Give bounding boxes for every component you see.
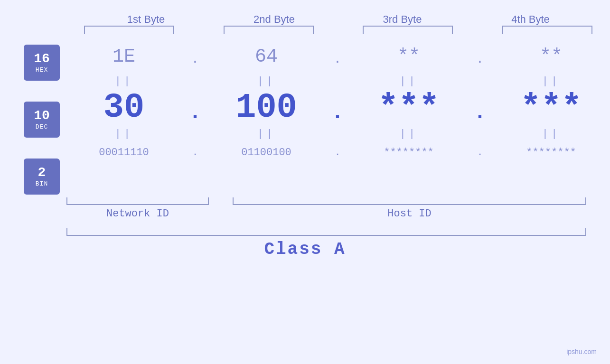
eq-4: || [487, 75, 610, 87]
byte-label-1: 1st Byte [82, 13, 210, 26]
bracket-3 [345, 26, 470, 34]
host-id-bracket [233, 197, 586, 205]
bracket-bar-2 [224, 26, 314, 34]
bin-cell-3: ******** [345, 141, 473, 164]
dot-hex-2: . [330, 47, 345, 66]
bin-badge-label: BIN [36, 180, 48, 187]
bin-badge: 2 BIN [24, 159, 60, 195]
bracket-bar-1 [84, 26, 174, 34]
dec-cell-1: 30 [60, 88, 188, 127]
dec-cell-4: *** [487, 88, 610, 127]
hex-row: 1E . 64 . ** . ** [60, 39, 610, 75]
bracket-1 [66, 26, 192, 34]
hex-cell-3: ** [345, 39, 473, 75]
top-brackets-area [0, 26, 610, 34]
class-label: Class A [264, 240, 346, 259]
dot-hex-1: . [188, 47, 202, 66]
dot-dec-3: . [473, 91, 487, 124]
dec-badge-wrap: 10 DEC [24, 96, 60, 143]
network-id-label: Network ID [66, 208, 209, 220]
bin-row: 00011110 . 01100100 . ******** . *******… [60, 141, 610, 164]
bracket-2 [206, 26, 331, 34]
rows-and-badges: 16 HEX 10 DEC 2 BIN [0, 39, 610, 196]
dec-cell-2: 100 [202, 88, 330, 127]
eq2-3: || [345, 128, 473, 140]
eq2-4: || [487, 128, 610, 140]
hex-badge-num: 16 [34, 52, 50, 66]
badges-column: 16 HEX 10 DEC 2 BIN [24, 39, 60, 196]
byte-label-4: 4th Byte [467, 13, 595, 26]
dot-dec-2: . [330, 91, 345, 124]
hex-badge-wrap: 16 HEX [24, 44, 60, 82]
equals-row-2: || || || || [60, 128, 610, 140]
hex-badge: 16 HEX [24, 45, 60, 81]
hex-cell-2: 64 [202, 39, 330, 75]
class-label-row: Class A [0, 240, 610, 259]
equals-row-1: || || || || [60, 75, 610, 87]
class-bracket-row [0, 228, 610, 236]
watermark: ipshu.com [566, 348, 597, 355]
dec-row: 30 . 100 . *** . *** [60, 88, 610, 127]
dec-badge-label: DEC [36, 123, 48, 131]
hex-cell-1: 1E [60, 39, 188, 75]
eq2-1: || [60, 128, 188, 140]
dot-bin-1: . [188, 147, 202, 159]
bracket-bar-3 [363, 26, 453, 34]
eq-2: || [202, 75, 330, 87]
dot-dec-1: . [188, 91, 202, 124]
rows-data: 1E . 64 . ** . ** || || || || 30 [60, 39, 610, 196]
id-labels-row: Network ID Host ID [0, 208, 610, 220]
eq2-2: || [202, 128, 330, 140]
hex-badge-label: HEX [36, 66, 48, 74]
dot-bin-2: . [330, 147, 345, 159]
byte-label-3: 3rd Byte [338, 13, 467, 26]
bin-badge-wrap: 2 BIN [24, 158, 60, 196]
dot-hex-3: . [473, 47, 487, 66]
dot-bin-3: . [473, 147, 487, 159]
main-container: 1st Byte 2nd Byte 3rd Byte 4th Byte 16 [0, 0, 610, 364]
byte-label-2: 2nd Byte [210, 13, 338, 26]
eq-3: || [345, 75, 473, 87]
network-id-bracket [66, 197, 209, 205]
dec-cell-3: *** [345, 88, 473, 127]
bin-badge-num: 2 [38, 166, 46, 180]
bin-cell-1: 00011110 [60, 141, 188, 164]
hex-cell-4: ** [487, 39, 610, 75]
dec-badge-num: 10 [34, 109, 50, 123]
dec-badge: 10 DEC [24, 102, 60, 138]
class-bracket [66, 228, 586, 236]
host-id-label: Host ID [233, 208, 586, 220]
byte-labels-row: 1st Byte 2nd Byte 3rd Byte 4th Byte [0, 0, 610, 26]
bin-cell-4: ******** [487, 141, 610, 164]
bracket-4 [485, 26, 610, 34]
bottom-bracket-row [0, 197, 610, 205]
bracket-bar-4 [502, 26, 592, 34]
eq-1: || [60, 75, 188, 87]
bin-cell-2: 01100100 [202, 141, 330, 164]
